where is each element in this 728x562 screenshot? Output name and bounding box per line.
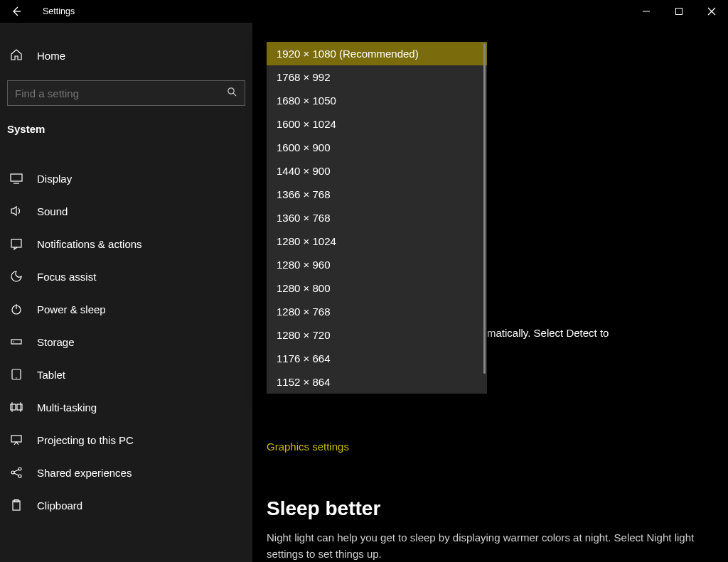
resolution-option[interactable]: 1768 × 992 bbox=[267, 65, 487, 89]
svg-rect-19 bbox=[11, 436, 21, 442]
category-label: System bbox=[0, 106, 252, 141]
back-button[interactable] bbox=[0, 0, 33, 23]
home-nav[interactable]: Home bbox=[0, 41, 252, 70]
sound-icon bbox=[10, 205, 23, 217]
title-bar: Settings bbox=[0, 0, 728, 23]
resolution-option[interactable]: 1280 × 768 bbox=[267, 300, 487, 323]
system-buttons bbox=[630, 0, 728, 23]
svg-rect-11 bbox=[11, 340, 21, 344]
resolution-dropdown[interactable]: 1920 × 1080 (Recommended) 1768 × 992 168… bbox=[267, 42, 487, 394]
sidebar: Home System Display Sound Notifications … bbox=[0, 23, 252, 562]
home-label: Home bbox=[37, 50, 65, 62]
resolution-option[interactable]: 1600 × 1024 bbox=[267, 112, 487, 136]
sleep-better-body: Night light can help you get to sleep by… bbox=[267, 530, 714, 562]
graphics-settings-link[interactable]: Graphics settings bbox=[267, 441, 349, 453]
svg-line-5 bbox=[233, 93, 236, 96]
resolution-option[interactable]: 1680 × 1050 bbox=[267, 89, 487, 112]
maximize-icon bbox=[675, 7, 683, 16]
sidebar-item-label: Notifications & actions bbox=[37, 238, 142, 250]
arrow-left-icon bbox=[11, 6, 22, 17]
sidebar-item-label: Sound bbox=[37, 205, 68, 217]
sidebar-item-projecting[interactable]: Projecting to this PC bbox=[0, 423, 252, 456]
multitasking-icon bbox=[10, 401, 23, 414]
sidebar-item-label: Shared experiences bbox=[37, 467, 132, 479]
power-icon bbox=[10, 303, 23, 315]
svg-point-4 bbox=[228, 88, 234, 94]
sidebar-item-label: Storage bbox=[37, 336, 75, 348]
shared-icon bbox=[10, 466, 23, 479]
sidebar-item-display[interactable]: Display bbox=[0, 162, 252, 195]
svg-point-21 bbox=[18, 468, 21, 470]
home-icon bbox=[10, 48, 23, 63]
svg-point-22 bbox=[18, 475, 21, 477]
minimize-button[interactable] bbox=[630, 0, 663, 23]
dropdown-scrollbar[interactable] bbox=[483, 43, 486, 374]
sidebar-item-shared-experiences[interactable]: Shared experiences bbox=[0, 456, 252, 489]
sidebar-item-clipboard[interactable]: Clipboard bbox=[0, 489, 252, 522]
display-icon bbox=[10, 172, 23, 185]
resolution-option[interactable]: 1280 × 800 bbox=[267, 276, 487, 300]
focus-assist-icon bbox=[10, 270, 23, 283]
svg-rect-6 bbox=[11, 174, 22, 181]
resolution-option[interactable]: 1366 × 768 bbox=[267, 183, 487, 206]
sidebar-item-focus-assist[interactable]: Focus assist bbox=[0, 260, 252, 293]
close-button[interactable] bbox=[695, 0, 728, 23]
resolution-option[interactable]: 1280 × 960 bbox=[267, 253, 487, 276]
svg-rect-16 bbox=[17, 404, 22, 410]
sidebar-item-label: Clipboard bbox=[37, 499, 82, 512]
notifications-icon bbox=[10, 237, 23, 250]
resolution-option[interactable]: 1440 × 900 bbox=[267, 159, 487, 183]
sleep-better-title: Sleep better bbox=[267, 497, 380, 520]
tablet-icon bbox=[10, 368, 23, 381]
projecting-icon bbox=[10, 433, 23, 446]
svg-point-20 bbox=[11, 471, 14, 474]
svg-line-23 bbox=[14, 470, 18, 472]
search-icon bbox=[227, 87, 237, 99]
sidebar-item-label: Power & sleep bbox=[37, 303, 106, 315]
svg-rect-15 bbox=[11, 404, 16, 410]
sidebar-item-multitasking[interactable]: Multi-tasking bbox=[0, 391, 252, 423]
maximize-button[interactable] bbox=[663, 0, 695, 23]
search-box[interactable] bbox=[7, 80, 245, 106]
sidebar-item-label: Focus assist bbox=[37, 271, 96, 283]
sidebar-item-label: Projecting to this PC bbox=[37, 434, 134, 446]
sidebar-item-power-sleep[interactable]: Power & sleep bbox=[0, 293, 252, 325]
resolution-option[interactable]: 1152 × 864 bbox=[267, 370, 487, 394]
sidebar-item-sound[interactable]: Sound bbox=[0, 195, 252, 227]
resolution-option[interactable]: 1920 × 1080 (Recommended) bbox=[267, 42, 487, 65]
resolution-option[interactable]: 1280 × 1024 bbox=[267, 229, 487, 253]
sidebar-item-label: Display bbox=[37, 173, 72, 185]
minimize-icon bbox=[642, 7, 651, 16]
sidebar-item-label: Tablet bbox=[37, 369, 65, 381]
svg-point-14 bbox=[16, 377, 16, 378]
sidebar-item-storage[interactable]: Storage bbox=[0, 325, 252, 358]
svg-rect-8 bbox=[11, 239, 21, 247]
svg-rect-1 bbox=[676, 9, 682, 15]
svg-line-24 bbox=[14, 473, 18, 475]
resolution-option[interactable]: 1360 × 768 bbox=[267, 206, 487, 229]
search-input[interactable] bbox=[15, 87, 227, 99]
resolution-option[interactable]: 1280 × 720 bbox=[267, 323, 487, 347]
clipboard-icon bbox=[10, 499, 23, 512]
window-title: Settings bbox=[33, 6, 75, 16]
resolution-option[interactable]: 1600 × 900 bbox=[267, 136, 487, 159]
content-area: matically. Select Detect to 1920 × 1080 … bbox=[252, 23, 728, 562]
sidebar-item-tablet[interactable]: Tablet bbox=[0, 358, 252, 391]
svg-point-12 bbox=[13, 341, 14, 342]
resolution-option[interactable]: 1176 × 664 bbox=[267, 347, 487, 370]
sidebar-item-label: Multi-tasking bbox=[37, 401, 97, 414]
storage-icon bbox=[10, 335, 23, 348]
background-text-fragment: matically. Select Detect to bbox=[487, 327, 609, 339]
sidebar-item-notifications[interactable]: Notifications & actions bbox=[0, 227, 252, 260]
close-icon bbox=[707, 7, 716, 16]
nav-list: Display Sound Notifications & actions Fo… bbox=[0, 162, 252, 522]
